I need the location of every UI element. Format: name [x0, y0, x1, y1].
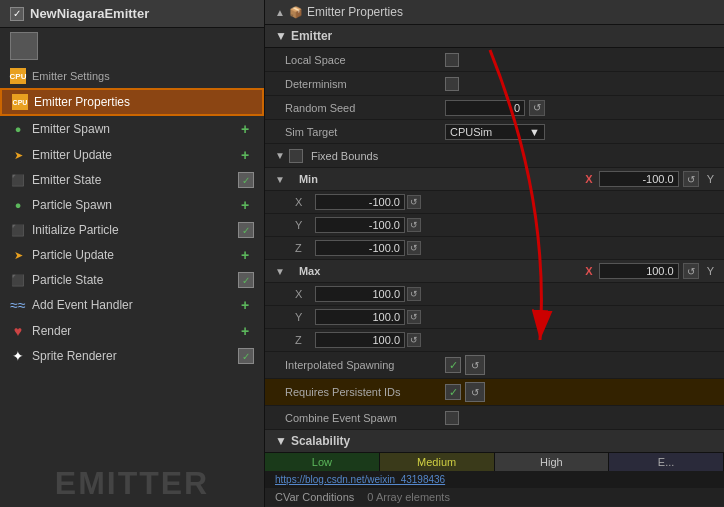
sidebar-item-particle-spawn[interactable]: ● Particle Spawn +	[0, 192, 264, 218]
max-z-reset-btn[interactable]: ↺	[407, 333, 421, 347]
scalability-low[interactable]: Low	[265, 453, 380, 471]
max-y-field[interactable]	[315, 309, 405, 325]
settings-label-text: Emitter Settings	[32, 70, 110, 82]
sidebar-item-add-event-handler[interactable]: ≈≈ Add Event Handler +	[0, 292, 264, 318]
render-label: Render	[32, 324, 230, 338]
fixed-bounds-checkbox[interactable]	[289, 149, 303, 163]
local-space-checkbox[interactable]	[445, 53, 459, 67]
min-x-prefix: X	[585, 173, 592, 185]
wave-icon: ≈≈	[10, 297, 26, 313]
min-z-field[interactable]	[315, 240, 405, 256]
combine-event-spawn-checkbox[interactable]	[445, 411, 459, 425]
min-section-header: ▼ Min X ↺ Y	[265, 168, 724, 191]
max-z-row: Z ↺	[265, 329, 724, 352]
sidebar-item-emitter-properties[interactable]: CPU Emitter Properties	[0, 88, 264, 116]
sidebar-item-render[interactable]: ♥ Render +	[0, 318, 264, 344]
cpu-icon: CPU	[10, 68, 26, 84]
scalability-arrow: ▼	[275, 434, 287, 448]
scalability-section-header: ▼ Scalability	[265, 430, 724, 453]
interpolated-spawning-arrow[interactable]: ↺	[465, 355, 485, 375]
add-badge-5[interactable]: +	[236, 296, 254, 314]
max-x-reset[interactable]: ↺	[683, 263, 699, 279]
random-seed-value: ↺	[445, 100, 714, 116]
min-x-input[interactable]	[599, 171, 679, 187]
min-x-field[interactable]	[315, 194, 405, 210]
interpolated-spawning-checkbox[interactable]: ✓	[445, 357, 461, 373]
combine-event-spawn-row: Combine Event Spawn	[265, 406, 724, 430]
scalability-epic[interactable]: E...	[609, 453, 724, 471]
emitter-section-header: ▼ Emitter	[265, 25, 724, 48]
scalability-medium[interactable]: Medium	[380, 453, 495, 471]
sprite-icon: ✦	[10, 348, 26, 364]
interpolated-spawning-row: Interpolated Spawning ✓ ↺	[265, 352, 724, 379]
fixed-bounds-row: ▼ Fixed Bounds	[265, 144, 724, 168]
sidebar-item-emitter-spawn[interactable]: ● Emitter Spawn +	[0, 116, 264, 142]
max-x-container: X ↺ Y	[585, 263, 714, 279]
check-icon-2[interactable]: ✓	[238, 222, 254, 238]
sidebar-item-sprite-renderer[interactable]: ✦ Sprite Renderer ✓	[0, 344, 264, 368]
random-seed-input[interactable]	[445, 100, 525, 116]
local-space-row: Local Space	[265, 48, 724, 72]
max-section-header: ▼ Max X ↺ Y	[265, 260, 724, 283]
min-y-reset-btn[interactable]: ↺	[407, 218, 421, 232]
emitter-spawn-label: Emitter Spawn	[32, 122, 230, 136]
emitter-watermark: EMITTER	[0, 465, 264, 507]
min-x-reset[interactable]: ↺	[683, 171, 699, 187]
sim-target-label: Sim Target	[285, 126, 445, 138]
section-arrow-down: ▼	[275, 29, 287, 43]
sidebar-item-particle-state[interactable]: ⬛ Particle State ✓	[0, 268, 264, 292]
max-x-reset-btn[interactable]: ↺	[407, 287, 421, 301]
max-x-prefix: X	[585, 265, 592, 277]
requires-persistent-ids-checkbox[interactable]: ✓	[445, 384, 461, 400]
scalability-high[interactable]: High	[495, 453, 610, 471]
add-badge[interactable]: +	[236, 120, 254, 138]
sidebar-item-emitter-state[interactable]: ⬛ Emitter State ✓	[0, 168, 264, 192]
emitter-settings-label: CPU Emitter Settings	[0, 64, 264, 88]
add-badge-2[interactable]: +	[236, 146, 254, 164]
max-x-input[interactable]	[599, 263, 679, 279]
random-seed-reset[interactable]: ↺	[529, 100, 545, 116]
min-y-label: Y	[295, 219, 315, 231]
min-y-field[interactable]	[315, 217, 405, 233]
min-z-row: Z ↺	[265, 237, 724, 260]
emitter-icon-row	[0, 28, 264, 64]
min-z-reset-btn[interactable]: ↺	[407, 241, 421, 255]
max-x-label: X	[295, 288, 315, 300]
max-x-field[interactable]	[315, 286, 405, 302]
particle-spawn-label: Particle Spawn	[32, 198, 230, 212]
min-y-row: Y ↺	[265, 214, 724, 237]
min-z-label: Z	[295, 242, 315, 254]
dots-icon-3: ⬛	[10, 272, 26, 288]
sim-target-text: CPUSim	[450, 126, 492, 138]
random-seed-row: Random Seed ↺	[265, 96, 724, 120]
max-z-field[interactable]	[315, 332, 405, 348]
sidebar-item-initialize-particle[interactable]: ⬛ Initialize Particle ✓	[0, 218, 264, 242]
cvar-label: CVar Conditions	[275, 491, 354, 503]
min-y-prefix: Y	[707, 173, 714, 185]
emitter-checkbox[interactable]: ✓	[10, 7, 24, 21]
max-z-label: Z	[295, 334, 315, 346]
add-badge-4[interactable]: +	[236, 246, 254, 264]
determinism-row: Determinism	[265, 72, 724, 96]
check-icon[interactable]: ✓	[238, 172, 254, 188]
emitter-title: NewNiagaraEmitter	[30, 6, 149, 21]
bottom-url[interactable]: https://blog.csdn.net/weixin_43198436	[265, 471, 724, 488]
add-badge-6[interactable]: +	[236, 322, 254, 340]
min-x-container: X ↺ Y	[585, 171, 714, 187]
sim-target-dropdown[interactable]: CPUSim ▼	[445, 124, 545, 140]
sim-target-row: Sim Target CPUSim ▼	[265, 120, 724, 144]
initialize-particle-label: Initialize Particle	[32, 223, 232, 237]
requires-persistent-ids-arrow[interactable]: ↺	[465, 382, 485, 402]
emitter-state-label: Emitter State	[32, 173, 232, 187]
check-icon-3[interactable]: ✓	[238, 272, 254, 288]
max-y-prefix: Y	[707, 265, 714, 277]
min-x-reset-btn[interactable]: ↺	[407, 195, 421, 209]
add-badge-3[interactable]: +	[236, 196, 254, 214]
check-icon-4[interactable]: ✓	[238, 348, 254, 364]
max-arrow: ▼	[275, 266, 285, 277]
sidebar-item-particle-update[interactable]: ➤ Particle Update +	[0, 242, 264, 268]
determinism-checkbox[interactable]	[445, 77, 459, 91]
sidebar-item-emitter-update[interactable]: ➤ Emitter Update +	[0, 142, 264, 168]
max-y-row: Y ↺	[265, 306, 724, 329]
max-y-reset-btn[interactable]: ↺	[407, 310, 421, 324]
